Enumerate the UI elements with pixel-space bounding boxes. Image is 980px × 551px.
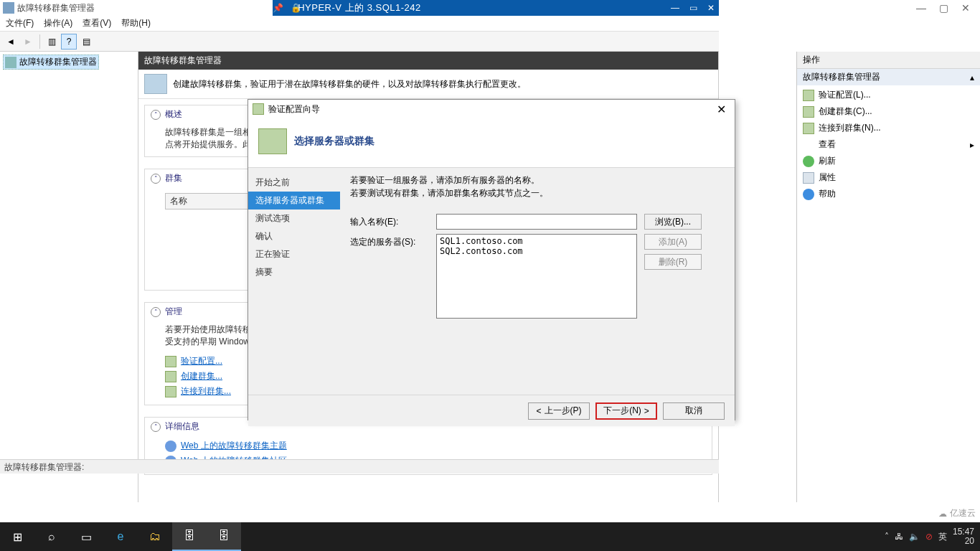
search-button[interactable]: ⌕ bbox=[34, 522, 69, 551]
tray-ime[interactable]: 英 bbox=[938, 531, 947, 543]
menu-help[interactable]: 帮助(H) bbox=[121, 17, 151, 29]
selected-servers-label: 选定的服务器(S): bbox=[350, 234, 429, 248]
validate-link[interactable]: 验证配置... bbox=[181, 355, 222, 367]
menu-action[interactable]: 操作(A) bbox=[44, 17, 72, 29]
cloud-icon: ☁ bbox=[938, 509, 947, 519]
collapse-manage-button[interactable]: ˄ bbox=[151, 307, 161, 317]
add-button[interactable]: 添加(A) bbox=[644, 234, 702, 250]
properties-icon bbox=[803, 172, 814, 184]
actions-group-header: 故障转移群集管理器▴ bbox=[797, 69, 980, 85]
tray-up-icon[interactable]: ˄ bbox=[885, 532, 889, 542]
manage-title: 管理 bbox=[165, 306, 182, 318]
host-minimize-button[interactable]: — bbox=[916, 2, 926, 14]
validate-icon bbox=[803, 90, 814, 101]
selected-servers-list[interactable]: SQL1.contoso.com SQL2.contoso.com bbox=[436, 234, 637, 319]
menu-bar: 文件(F) 操作(A) 查看(V) 帮助(H) bbox=[0, 16, 719, 32]
previous-button[interactable]: <上一步(P) bbox=[528, 402, 590, 420]
actions-pane: 操作 故障转移群集管理器▴ 验证配置(L)... 创建群集(C)... 连接到群… bbox=[796, 52, 980, 502]
enter-name-label: 输入名称(E): bbox=[350, 214, 429, 228]
wizard-steps: 开始之前 选择服务器或群集 测试选项 确认 正在验证 摘要 bbox=[248, 168, 340, 395]
wizard-step-summary[interactable]: 摘要 bbox=[248, 263, 340, 281]
tray-clock[interactable]: 15:47 20 bbox=[953, 527, 974, 546]
mmc-window-title: 故障转移群集管理器 bbox=[17, 2, 95, 14]
task-view-button[interactable]: ▭ bbox=[69, 522, 103, 551]
action-validate[interactable]: 验证配置(L)... bbox=[797, 87, 980, 103]
host-maximize-button[interactable]: ▢ bbox=[939, 2, 948, 14]
watermark: ☁ 亿速云 bbox=[938, 507, 976, 519]
action-properties[interactable]: 属性 bbox=[797, 169, 980, 186]
wizard-icon bbox=[253, 103, 264, 115]
tray-volume-icon[interactable]: 🔈 bbox=[909, 532, 920, 542]
cluster-app-icon bbox=[3, 2, 14, 14]
enter-name-input[interactable] bbox=[436, 214, 637, 230]
web-topics-link[interactable]: Web 上的故障转移群集主题 bbox=[181, 440, 287, 452]
start-button[interactable]: ⊞ bbox=[0, 522, 34, 551]
wizard-window-title: 验证配置向导 bbox=[268, 103, 320, 116]
web-icon bbox=[165, 441, 176, 452]
clusters-title: 群集 bbox=[165, 172, 182, 184]
chevron-right-icon: ▸ bbox=[970, 140, 974, 150]
wizard-close-button[interactable]: ✕ bbox=[712, 103, 730, 116]
wizard-step-select[interactable]: 选择服务器或群集 bbox=[248, 192, 340, 209]
status-text: 故障转移群集管理器: bbox=[4, 462, 84, 472]
nav-back-button[interactable]: ◄ bbox=[3, 34, 19, 50]
next-button[interactable]: 下一步(N)> bbox=[595, 402, 657, 420]
overview-title: 概述 bbox=[165, 108, 182, 121]
tree-root-label: 故障转移群集管理器 bbox=[19, 56, 97, 68]
action-view[interactable]: 查看▸ bbox=[797, 136, 980, 153]
actions-header: 操作 bbox=[797, 52, 980, 69]
action-refresh[interactable]: 刷新 bbox=[797, 153, 980, 169]
taskbar-server-manager[interactable]: 🗄 bbox=[172, 522, 207, 551]
collapse-details-button[interactable]: ˄ bbox=[151, 422, 161, 432]
remove-button[interactable]: 删除(R) bbox=[644, 254, 702, 270]
description-row: 创建故障转移群集，验证用于潜在故障转移群集的硬件，以及对故障转移群集执行配置更改… bbox=[138, 70, 718, 99]
validate-icon bbox=[165, 356, 176, 367]
taskbar-explorer[interactable]: 🗂 bbox=[138, 522, 172, 551]
tree-pane: 故障转移群集管理器 bbox=[0, 52, 138, 502]
tree-root-node[interactable]: 故障转移群集管理器 bbox=[3, 55, 99, 70]
toolbar: ◄ ► ▥ ? ▤ bbox=[0, 32, 719, 52]
create-icon bbox=[803, 106, 814, 118]
host-close-button[interactable]: ✕ bbox=[961, 2, 970, 14]
tray-network-icon[interactable]: 🖧 bbox=[895, 532, 903, 542]
center-header: 故障转移群集管理器 bbox=[138, 52, 718, 70]
action-connect[interactable]: 连接到群集(N)... bbox=[797, 120, 980, 136]
description-text: 创建故障转移群集，验证用于潜在故障转移群集的硬件，以及对故障转移群集执行配置更改… bbox=[173, 78, 526, 90]
collapse-actions-icon[interactable]: ▴ bbox=[970, 72, 974, 83]
nav-forward-button[interactable]: ► bbox=[20, 34, 36, 50]
connect-link[interactable]: 连接到群集... bbox=[181, 385, 231, 397]
help-button[interactable]: ? bbox=[61, 34, 77, 50]
browse-button[interactable]: 浏览(B)... bbox=[644, 214, 702, 230]
wizard-step-validating[interactable]: 正在验证 bbox=[248, 245, 340, 263]
details-title: 详细信息 bbox=[165, 420, 199, 433]
show-hide-action-button[interactable]: ▤ bbox=[78, 34, 94, 50]
menu-file[interactable]: 文件(F) bbox=[6, 17, 34, 29]
taskbar-cluster-manager[interactable]: 🗄 bbox=[207, 522, 241, 551]
manage-line1: 若要开始使用故障转移群 bbox=[165, 324, 260, 336]
wizard-step-before[interactable]: 开始之前 bbox=[248, 174, 340, 192]
wizard-desc-1: 若要验证一组服务器，请添加所有服务器的名称。 bbox=[350, 174, 725, 187]
overview-line2: 点将开始提供服务。此过 bbox=[165, 138, 260, 151]
connect-icon bbox=[165, 386, 176, 397]
action-create[interactable]: 创建群集(C)... bbox=[797, 103, 980, 120]
validation-wizard-dialog: 验证配置向导 ✕ 选择服务器或群集 开始之前 选择服务器或群集 测试选项 确认 … bbox=[248, 99, 735, 420]
menu-view[interactable]: 查看(V) bbox=[83, 17, 111, 29]
collapse-clusters-button[interactable]: ˄ bbox=[151, 174, 161, 184]
show-hide-tree-button[interactable]: ▥ bbox=[44, 34, 60, 50]
connect-icon bbox=[803, 123, 814, 134]
wizard-step-tests[interactable]: 测试选项 bbox=[248, 209, 340, 227]
create-icon bbox=[165, 371, 176, 382]
wizard-step-confirm[interactable]: 确认 bbox=[248, 227, 340, 245]
help-icon bbox=[803, 189, 814, 200]
status-bar: 故障转移群集管理器: bbox=[0, 459, 719, 474]
cancel-button[interactable]: 取消 bbox=[663, 402, 725, 420]
action-help[interactable]: 帮助 bbox=[797, 186, 980, 202]
wizard-desc-2: 若要测试现有群集，请添加群集名称或其节点之一。 bbox=[350, 187, 725, 199]
wizard-hero-icon bbox=[258, 128, 287, 154]
create-link[interactable]: 创建群集... bbox=[181, 370, 222, 382]
system-tray: ˄ 🖧 🔈 ⊘ 英 15:47 20 bbox=[885, 527, 980, 546]
tray-alert-icon[interactable]: ⊘ bbox=[925, 532, 933, 542]
mmc-title-bar: 故障转移群集管理器 bbox=[0, 0, 273, 16]
collapse-overview-button[interactable]: ˄ bbox=[151, 110, 161, 120]
taskbar-ie[interactable]: e bbox=[103, 522, 138, 551]
